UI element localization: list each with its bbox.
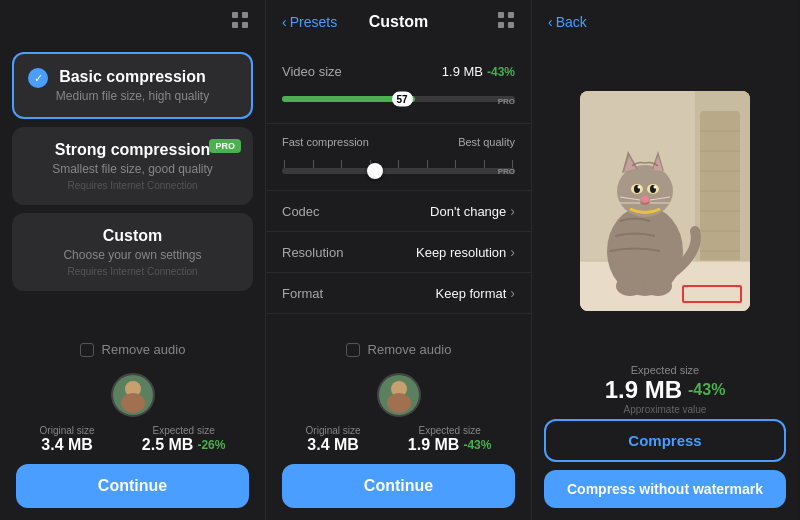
video-size-label: Video size [282,64,342,79]
format-row: Format Keep format › [282,285,515,301]
pro-badge: PRO [209,139,241,153]
compress-no-watermark-button[interactable]: Compress without watermark [544,470,786,508]
presets-back-button[interactable]: ‹ Presets [282,14,337,30]
quality-setting: Fast compression Best quality PRO [266,124,531,191]
slider-track: 57 PRO [282,96,515,102]
selected-check: ✓ [28,68,48,88]
expected-pct-left: -26% [197,438,225,452]
svg-rect-0 [232,12,238,18]
best-quality-label: Best quality [458,136,515,148]
strong-requires: Requires Internet Connection [28,180,237,191]
svg-point-13 [387,393,411,413]
grid-icon[interactable] [231,11,249,33]
size-row-middle: Original size 3.4 MB Expected size 1.9 M… [282,425,515,454]
expected-size-left: Expected size 2.5 MB -26% [142,425,226,454]
expected-pct-right: -43% [688,381,725,399]
expected-size-label-left: Expected size [142,425,226,436]
resolution-setting[interactable]: Resolution Keep resolution › [266,232,531,273]
click-to-process-overlay [682,285,742,303]
original-size-label-middle: Original size [306,425,361,436]
video-size-right: 1.9 MB -43% [442,64,515,79]
svg-rect-7 [498,12,504,18]
tick-marks [282,160,515,168]
svg-rect-9 [498,22,504,28]
strong-title: Strong compression [28,141,237,159]
expected-size-value-left: 2.5 MB -26% [142,436,226,454]
size-row-left: Original size 3.4 MB Expected size 2.5 M… [16,425,249,454]
custom-requires: Requires Internet Connection [28,266,237,277]
original-size-label-left: Original size [40,425,95,436]
continue-button-left[interactable]: Continue [16,464,249,508]
left-panel-footer: Original size 3.4 MB Expected size 2.5 M… [0,365,265,520]
left-panel: ✓ Basic compression Medium file size, hi… [0,0,266,520]
expected-size-label-right: Expected size [532,364,798,376]
video-size-value: 1.9 MB [442,64,483,79]
remove-audio-checkbox-left[interactable] [80,343,94,357]
original-size-left: Original size 3.4 MB [40,425,95,454]
format-value-area: Keep format › [436,285,516,301]
back-arrow-icon: ‹ [548,14,553,30]
resolution-value: Keep resolution [416,245,506,260]
avatar-area-left [16,373,249,417]
approx-label: Approximate value [532,404,798,415]
left-panel-header [0,0,265,44]
slider-thumb: 57 [392,92,413,107]
custom-title: Custom [28,227,237,245]
avatar-middle [377,373,421,417]
codec-value-area: Don't change › [430,203,515,219]
custom-compression-option[interactable]: Custom Choose your own settings Requires… [12,213,253,291]
basic-compression-option[interactable]: ✓ Basic compression Medium file size, hi… [12,52,253,119]
back-button-right[interactable]: ‹ Back [548,14,587,30]
right-panel-header: ‹ Back [532,0,798,44]
remove-audio-row-left: Remove audio [0,334,265,365]
expected-size-label-middle: Expected size [408,425,492,436]
resolution-chevron-icon: › [510,244,515,260]
compress-button[interactable]: Compress [544,419,786,462]
compression-options-list: ✓ Basic compression Medium file size, hi… [0,44,265,334]
svg-rect-2 [232,22,238,28]
custom-subtitle: Choose your own settings [28,248,237,262]
codec-value: Don't change [430,204,506,219]
basic-title: Basic compression [30,68,235,86]
format-setting[interactable]: Format Keep format › [266,273,531,314]
video-size-setting: Video size 1.9 MB -43% 57 PRO [266,52,531,124]
svg-rect-10 [508,22,514,28]
codec-label: Codec [282,204,320,219]
middle-panel-header: ‹ Presets Custom [266,0,531,44]
svg-point-27 [617,165,673,217]
svg-rect-8 [508,12,514,18]
middle-panel-footer: Original size 3.4 MB Expected size 1.9 M… [266,365,531,520]
remove-audio-label-middle: Remove audio [368,342,452,357]
svg-point-38 [641,196,649,202]
expected-size-value-right: 1.9 MB -43% [532,376,798,404]
codec-setting[interactable]: Codec Don't change › [266,191,531,232]
svg-point-6 [121,393,145,413]
presets-label: Presets [290,14,337,30]
back-label-right: Back [556,14,587,30]
avatar-left [111,373,155,417]
video-size-pct: -43% [487,65,515,79]
quality-thumb [367,163,383,179]
cat-svg [580,91,750,311]
continue-button-middle[interactable]: Continue [282,464,515,508]
fast-compression-label: Fast compression [282,136,369,148]
resolution-row: Resolution Keep resolution › [282,244,515,260]
video-size-slider[interactable]: 57 PRO [282,87,515,111]
settings-list: Video size 1.9 MB -43% 57 PRO Fast compr… [266,44,531,334]
original-size-middle: Original size 3.4 MB [306,425,361,454]
expected-size-middle: Expected size 1.9 MB -43% [408,425,492,454]
svg-point-43 [616,276,644,296]
strong-compression-option[interactable]: PRO Strong compression Smallest file siz… [12,127,253,205]
format-label: Format [282,286,323,301]
middle-panel: ‹ Presets Custom Video size 1.9 MB -43% [266,0,532,520]
svg-point-36 [638,186,641,189]
basic-subtitle: Medium file size, high quality [30,89,235,103]
quality-slider-track[interactable] [282,168,515,174]
right-panel: ‹ Back [532,0,798,520]
quality-labels: Fast compression Best quality [282,136,515,148]
resolution-label: Resolution [282,245,343,260]
grid-icon-middle[interactable] [497,11,515,33]
remove-audio-label-left: Remove audio [102,342,186,357]
codec-row: Codec Don't change › [282,203,515,219]
remove-audio-checkbox-middle[interactable] [346,343,360,357]
